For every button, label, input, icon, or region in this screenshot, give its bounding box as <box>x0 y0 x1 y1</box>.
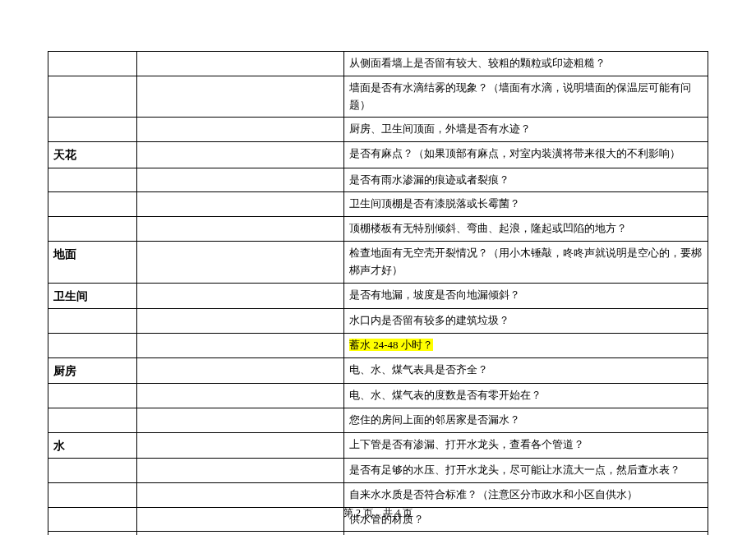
mid-cell <box>137 118 344 142</box>
mid-cell <box>137 168 344 192</box>
mid-cell <box>137 482 344 507</box>
table-row: 水口内是否留有较多的建筑垃圾？ <box>48 308 708 333</box>
table-row: 厨房电、水、煤气表具是否齐全？ <box>48 357 708 383</box>
table-row: 电电闸机电表在户外的，拉闸后户内是否完全断电？（主要是查看电闸能否控制各个电源） <box>48 532 708 535</box>
content-cell: 从侧面看墙上是否留有较大、较粗的颗粒或印迹粗糙？ <box>344 52 708 76</box>
highlighted-text: 蓄水 24-48 小时？ <box>349 339 433 351</box>
content-cell: 顶棚楼板有无特别倾斜、弯曲、起浪，隆起或凹陷的地方？ <box>344 217 708 242</box>
category-cell <box>48 118 137 142</box>
content-cell: 墙面是否有水滴结雾的现象？（墙面有水滴，说明墙面的保温层可能有问题） <box>344 76 708 118</box>
mid-cell <box>137 408 344 432</box>
mid-cell <box>137 217 344 242</box>
content-cell: 电闸机电表在户外的，拉闸后户内是否完全断电？（主要是查看电闸能否控制各个电源） <box>344 532 708 535</box>
mid-cell <box>137 283 344 308</box>
category-cell <box>48 458 137 482</box>
table-row: 地面检查地面有无空壳开裂情况？（用小木锤敲，咚咚声就说明是空心的，要梆梆声才好） <box>48 241 708 283</box>
mid-cell <box>137 333 344 357</box>
mid-cell <box>137 52 344 76</box>
category-cell <box>48 383 137 408</box>
content-cell: 电、水、煤气表的度数是否有零开始在？ <box>344 383 708 408</box>
category-cell: 地面 <box>48 241 137 283</box>
content-cell: 蓄水 24-48 小时？ <box>344 333 708 357</box>
mid-cell <box>137 241 344 283</box>
content-cell: 厨房、卫生间顶面，外墙是否有水迹？ <box>344 118 708 142</box>
content-cell: 水口内是否留有较多的建筑垃圾？ <box>344 308 708 333</box>
category-cell <box>48 76 137 118</box>
category-cell: 天花 <box>48 142 137 168</box>
content-cell: 是否有雨水渗漏的痕迹或者裂痕？ <box>344 168 708 192</box>
category-cell <box>48 217 137 242</box>
mid-cell <box>137 432 344 458</box>
category-cell: 卫生间 <box>48 283 137 308</box>
mid-cell <box>137 532 344 535</box>
content-cell: 是否有麻点？（如果顶部有麻点，对室内装潢将带来很大的不利影响） <box>344 142 708 168</box>
checklist-table: 从侧面看墙上是否留有较大、较粗的颗粒或印迹粗糙？墙面是否有水滴结雾的现象？（墙面… <box>48 51 708 535</box>
category-cell <box>48 192 137 217</box>
table-row: 顶棚楼板有无特别倾斜、弯曲、起浪，隆起或凹陷的地方？ <box>48 217 708 242</box>
mid-cell <box>137 383 344 408</box>
table-row: 蓄水 24-48 小时？ <box>48 333 708 357</box>
category-cell <box>48 482 137 507</box>
table-row: 水上下管是否有渗漏、打开水龙头，查看各个管道？ <box>48 432 708 458</box>
table-row: 是否有雨水渗漏的痕迹或者裂痕？ <box>48 168 708 192</box>
table-row: 天花是否有麻点？（如果顶部有麻点，对室内装潢将带来很大的不利影响） <box>48 142 708 168</box>
content-cell: 是否有地漏，坡度是否向地漏倾斜？ <box>344 283 708 308</box>
content-cell: 您住的房间上面的邻居家是否漏水？ <box>344 408 708 432</box>
mid-cell <box>137 76 344 118</box>
category-cell: 厨房 <box>48 357 137 383</box>
table-row: 墙面是否有水滴结雾的现象？（墙面有水滴，说明墙面的保温层可能有问题） <box>48 76 708 118</box>
table-row: 是否有足够的水压、打开水龙头，尽可能让水流大一点，然后查水表？ <box>48 458 708 482</box>
table-row: 电、水、煤气表的度数是否有零开始在？ <box>48 383 708 408</box>
content-cell: 卫生间顶棚是否有漆脱落或长霉菌？ <box>344 192 708 217</box>
page-footer: 第 2 页，共 4 页 <box>0 506 756 520</box>
content-cell: 自来水水质是否符合标准？（注意区分市政水和小区自供水） <box>344 482 708 507</box>
category-cell: 水 <box>48 432 137 458</box>
content-cell: 电、水、煤气表具是否齐全？ <box>344 357 708 383</box>
category-cell <box>48 168 137 192</box>
mid-cell <box>137 458 344 482</box>
category-cell <box>48 308 137 333</box>
mid-cell <box>137 192 344 217</box>
table-row: 卫生间是否有地漏，坡度是否向地漏倾斜？ <box>48 283 708 308</box>
category-cell: 电 <box>48 532 137 535</box>
table-row: 从侧面看墙上是否留有较大、较粗的颗粒或印迹粗糙？ <box>48 52 708 76</box>
content-cell: 上下管是否有渗漏、打开水龙头，查看各个管道？ <box>344 432 708 458</box>
content-cell: 检查地面有无空壳开裂情况？（用小木锤敲，咚咚声就说明是空心的，要梆梆声才好） <box>344 241 708 283</box>
mid-cell <box>137 357 344 383</box>
category-cell <box>48 52 137 76</box>
table-row: 自来水水质是否符合标准？（注意区分市政水和小区自供水） <box>48 482 708 507</box>
table-row: 卫生间顶棚是否有漆脱落或长霉菌？ <box>48 192 708 217</box>
content-cell: 是否有足够的水压、打开水龙头，尽可能让水流大一点，然后查水表？ <box>344 458 708 482</box>
table-row: 厨房、卫生间顶面，外墙是否有水迹？ <box>48 118 708 142</box>
mid-cell <box>137 142 344 168</box>
mid-cell <box>137 308 344 333</box>
category-cell <box>48 408 137 432</box>
category-cell <box>48 333 137 357</box>
table-row: 您住的房间上面的邻居家是否漏水？ <box>48 408 708 432</box>
